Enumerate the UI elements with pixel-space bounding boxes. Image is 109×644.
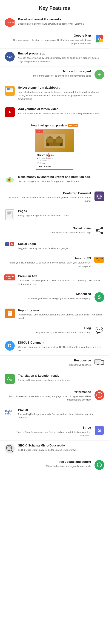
svg-marker-70 [101, 464, 102, 465]
feature-paypal-desc: Pay via PayPal for premium ads. Secure a… [18, 412, 103, 420]
feature-premium-text: Premium Ads ThemeqeX Classified gives yo… [16, 274, 106, 286]
feature-responsive-text: Responsive Responsive suported [4, 359, 93, 367]
feature-embed-text: Embed property ad You can share your ad … [16, 52, 106, 63]
ad-card-image: SOLD Photo orvideo sign [36, 129, 74, 152]
svg-rect-9 [10, 88, 13, 89]
feature-seo: + SEO & Schema Micro Data ready SEO & Mi… [0, 441, 109, 457]
plus-icon: + [93, 70, 106, 80]
feature-laravel-title: Based on Laravel Frameworks [18, 18, 103, 21]
feature-social-login-text: Social Login Logged In instantly with yo… [16, 242, 106, 250]
feature-youtube-text: Add youtube or vimeo video Add a youtube… [16, 107, 106, 115]
feature-more-ad-text: More ad from agent More from agent will … [4, 70, 93, 78]
ad-time: 🕐 3 hours ago [37, 162, 72, 164]
feature-monetized: $ Monetized Monetize your website with g… [0, 289, 109, 306]
paypal-icon: Pay Pal PayPal [4, 408, 16, 415]
svg-rect-52 [97, 364, 99, 365]
feature-theme: Select theme from dashboard Just select … [0, 83, 109, 104]
feature-embed-desc: You can share your ad by Embed, simpley … [18, 56, 103, 63]
svg-point-55 [102, 364, 103, 364]
feature-disqus: D DISQUS Comment User can comment to you… [0, 338, 109, 356]
laravel-icon: Laravel v.6 [4, 18, 16, 28]
feature-google-map-text: Google Map See your property location on… [4, 34, 93, 45]
svg-rect-48 [8, 313, 11, 313]
feature-social-share-text: Social Share 1 Click Social share from a… [4, 226, 93, 234]
svg-point-62 [99, 395, 100, 396]
svg-point-6 [98, 38, 100, 40]
feature-social-login: f G Social Login Logged In instantly wit… [0, 239, 109, 254]
svg-point-30 [99, 198, 100, 199]
ad-title: Modern sofa set [37, 154, 72, 156]
svg-rect-51 [95, 360, 100, 364]
feature-report-text: Report by user Offensive ads? user can r… [16, 308, 106, 320]
feature-social-login-desc: Logged In instantly with your facebok an… [18, 247, 103, 250]
feature-premium-title: Premium Ads [18, 274, 103, 278]
svg-text:文: 文 [10, 378, 12, 381]
feature-more-ad: + More ad from agent More from agent wil… [0, 66, 109, 83]
ad-preview-section: New intelligent ad preview Premium Urgen… [0, 120, 109, 172]
social-login-icon: f G [4, 242, 16, 246]
share-icon [93, 226, 106, 236]
embed-icon: </> [4, 52, 16, 62]
svg-rect-20 [57, 136, 61, 138]
theme-icon [4, 86, 16, 96]
sold-badge: SOLD [36, 130, 43, 133]
feature-social-share: Social Share 1 Click Social share from a… [0, 223, 109, 239]
feature-social-share-title: Social Share [6, 226, 91, 230]
feature-premium: Premium Ads Premium Ads ThemeqeX Classif… [0, 271, 109, 289]
svg-line-43 [97, 228, 102, 230]
ad-card-body: Modern sofa set ■ Home & Garden 📍 Alamed… [36, 152, 74, 169]
feature-google-map-desc: See your property location on google map… [6, 38, 91, 45]
svg-line-67 [11, 450, 13, 452]
feature-amazon-text: Amazon S3 Store your file in amazon s3 t… [4, 256, 93, 268]
feature-youtube: Add youtube or vimeo video Add a youtube… [0, 104, 109, 120]
feature-monetized-title: Monetized [6, 292, 91, 296]
feature-bootstrap-desc: Bootstrap Carousel used for sliding bann… [6, 196, 91, 203]
feature-performance-desc: Most of the resource loaded conditionall… [6, 395, 91, 402]
stripe-icon: S [93, 426, 106, 435]
feature-youtube-title: Add youtube or vimeo video [18, 107, 103, 111]
feature-theme-desc: Just select a theme from available theme… [18, 90, 103, 101]
blog-icon: 💬 [93, 326, 106, 334]
feature-blog-text: Blog Blog supported, post will be publis… [4, 326, 93, 334]
money-icon: 💰 [4, 175, 16, 185]
ad-location: 📍 Alameda [37, 160, 72, 162]
feature-responsive: Responsive Responsive suported [0, 356, 109, 371]
feature-free-update-text: Free update and suport We will release u… [4, 460, 93, 468]
feature-report: Report by user Offensive ads? user can r… [0, 306, 109, 323]
svg-rect-39 [8, 214, 10, 214]
feature-google-map: Google Map See your property location on… [0, 31, 109, 49]
svg-rect-21 [46, 144, 49, 146]
svg-rect-49 [8, 314, 10, 314]
laravel-icon-label: Laravel v.6 [6, 22, 14, 24]
svg-rect-22 [60, 144, 62, 146]
svg-text:A: A [7, 376, 10, 380]
feature-bootstrap: Bootstrap Carousel Bootstrap Carousel us… [0, 188, 109, 206]
svg-rect-46 [8, 311, 12, 316]
feature-bootstrap-title: Bootstrap Carousel [6, 192, 91, 195]
svg-rect-19 [48, 136, 52, 138]
svg-rect-38 [8, 213, 11, 214]
feature-disqus-desc: User can comment to your blog post via D… [18, 345, 103, 352]
svg-line-44 [97, 230, 102, 233]
report-icon [4, 308, 16, 318]
bootstrap-icon [93, 192, 106, 201]
feature-bootstrap-text: Bootstrap Carousel Bootstrap Carousel us… [4, 192, 93, 203]
ad-preview-title: New intelligent ad preview Premium [4, 124, 106, 127]
performance-icon [93, 390, 106, 400]
feature-amazon-desc: Store your file in amazon s3 to save you… [6, 261, 91, 268]
feature-social-login-title: Social Login [18, 242, 103, 246]
feature-laravel: Laravel v.6 Based on Laravel Frameworks … [0, 14, 109, 31]
svg-text:💰: 💰 [6, 177, 12, 182]
amazon-icon: amazon s3 [93, 256, 106, 262]
feature-theme-text: Select theme from dashboard Just select … [16, 86, 106, 101]
responsive-icon [93, 359, 106, 368]
feature-amazon: amazon s3 Amazon S3 Store your file in a… [0, 254, 109, 271]
feature-seo-desc: SEO & Micro Data Ready for better Search… [18, 448, 103, 452]
feature-more-ad-title: More ad from agent [6, 70, 91, 73]
feature-blog-title: Blog [6, 326, 91, 330]
feature-premium-ads-desc: You can charge your customers for urgent… [18, 180, 103, 183]
feature-free-update-title: Free update and suport [6, 460, 91, 464]
feature-premium-ads-text: Make money by charging urgent and premiu… [16, 175, 106, 183]
feature-responsive-title: Responsive [6, 359, 91, 362]
ad-preview-container: Urgent ad marking SOLD Photo orvideo sig… [35, 129, 74, 170]
